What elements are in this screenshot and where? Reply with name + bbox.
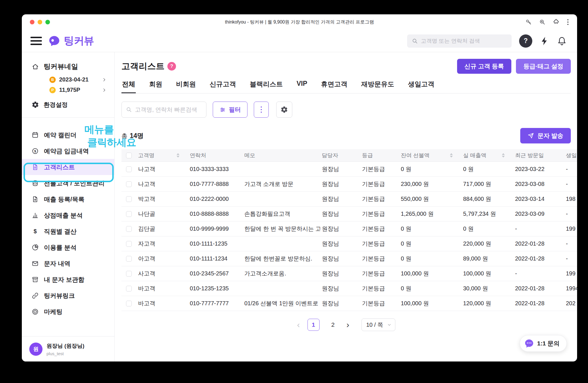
page-button-2[interactable]: 2 — [327, 319, 339, 331]
cell-sales: 0 원 — [461, 221, 513, 236]
column-header-prepaid[interactable]: 잔여 선불액 — [399, 149, 461, 162]
user-section[interactable]: 원 원장님 (원장님) plus_test — [22, 336, 114, 361]
tab-5[interactable]: 블랙리스트 — [249, 80, 283, 93]
table-row-10[interactable]: 바고객010-7777-777701/26 선불액 1만원 이벤트로 추가해..… — [121, 296, 577, 311]
sort-icon[interactable] — [450, 153, 453, 158]
key-icon[interactable] — [525, 19, 532, 25]
row-checkbox[interactable] — [126, 181, 132, 187]
row-checkbox[interactable] — [126, 196, 132, 202]
cell-memo: 가고객 소개로 방문 — [243, 177, 320, 191]
hamburger-menu-icon[interactable] — [30, 37, 42, 45]
sidebar-item-settings[interactable]: 환경설정 — [32, 101, 114, 109]
cell-birth: - — [564, 162, 577, 176]
brand-logo[interactable]: 팅커뷰 — [48, 34, 94, 48]
tab-9[interactable]: 생일고객 — [407, 80, 435, 93]
tab-7[interactable]: 휴면고객 — [320, 80, 348, 93]
help-button[interactable]: ? — [519, 34, 532, 48]
sort-icon[interactable] — [177, 153, 179, 158]
sidebar-item-10[interactable]: 내 문자 보관함 — [22, 271, 114, 287]
tab-8[interactable]: 재방문유도 — [361, 80, 395, 93]
row-checkbox[interactable] — [126, 211, 132, 217]
minimize-window-button[interactable] — [38, 20, 42, 24]
tab-4[interactable]: 신규고객 — [209, 80, 237, 93]
tab-6[interactable]: VIP — [296, 80, 308, 93]
row-checkbox[interactable] — [126, 241, 132, 247]
global-search[interactable] — [407, 34, 512, 48]
tab-2[interactable]: 회원 — [148, 80, 163, 93]
table-row-8[interactable]: 사고객010-2345-2567가고객소개로옴.원장님기본등급100,000 원… — [121, 266, 577, 281]
cell-prepaid: 0 원 — [399, 236, 461, 251]
points-row[interactable]: P 11,975P — [49, 87, 107, 93]
table-row-1[interactable]: 나고객010-3333-3333원장님기본등급0 원0 원2023-03-22- — [121, 162, 577, 177]
gear-icon — [32, 101, 39, 108]
row-checkbox[interactable] — [126, 271, 132, 277]
row-checkbox[interactable] — [126, 256, 132, 262]
send-sms-button[interactable]: 문자 발송 — [520, 128, 571, 143]
row-checkbox[interactable] — [126, 286, 132, 291]
sidebar-item-11[interactable]: 팅커뷰링크 — [22, 287, 114, 304]
table-row-7[interactable]: 아고객010-1111-1234한달에 한번꼴로 방문하심.원장님기본등급0 원… — [121, 251, 577, 266]
sidebar-item-1[interactable]: 예약 캘린더 — [22, 127, 114, 143]
table-row-3[interactable]: 박고객010-2222-0000원장님기본등급550,000 원884,600 … — [121, 192, 577, 207]
next-page-button[interactable]: › — [347, 320, 349, 329]
cell-memo: 손톱강화필요고객 — [243, 207, 320, 221]
notification-bell-icon[interactable] — [557, 36, 567, 46]
table-row-2[interactable]: 나고객010-7777-8888가고객 소개로 방문원장님기본등급230,000… — [121, 177, 577, 192]
filter-button[interactable]: 필터 — [213, 102, 247, 118]
sort-icon[interactable] — [502, 153, 505, 158]
date-row[interactable]: B 2023-04-21 — [49, 76, 107, 83]
send-icon — [528, 133, 534, 139]
inquiry-button[interactable]: 1:1 문의 — [520, 335, 567, 352]
sidebar-item-3[interactable]: 고객리스트 — [22, 159, 114, 175]
sidebar-item-6[interactable]: 상점매출 분석 — [22, 207, 114, 223]
page-button-1[interactable]: 1 — [307, 319, 320, 331]
cell-sales: 100,000 원 — [461, 266, 513, 281]
browser-menu-icon[interactable] — [567, 19, 569, 26]
column-header-memo: 메모 — [243, 149, 320, 162]
table-row-4[interactable]: 나단골010-8888-8888손톱강화필요고객원장님기본등급1,265,000… — [121, 207, 577, 221]
row-checkbox[interactable] — [126, 301, 132, 306]
close-window-button[interactable] — [30, 20, 34, 24]
cell-grade: 기본등급 — [360, 281, 399, 296]
sidebar-item-9[interactable]: 문자 내역 — [22, 255, 114, 271]
new-customer-button[interactable]: 신규 고객 등록 — [457, 59, 512, 74]
store-row[interactable]: 팅커뷰네일 — [22, 52, 114, 71]
sidebar-item-12[interactable]: 마케팅 — [22, 304, 114, 320]
lightning-icon[interactable] — [540, 36, 550, 46]
cell-birth: 1994 — [564, 281, 577, 296]
zoom-icon[interactable] — [539, 19, 546, 25]
row-checkbox[interactable] — [126, 166, 132, 172]
tab-1[interactable]: 전체 — [121, 80, 136, 93]
table-settings-button[interactable] — [276, 102, 292, 118]
column-header-sales[interactable]: 실 매출액 — [461, 149, 513, 162]
table-row-9[interactable]: 바고객010-1235-1235원장님기본등급0 원30,000 원2022-0… — [121, 281, 577, 296]
sidebar-item-7[interactable]: $직원별 결산 — [22, 223, 114, 239]
extension-icon[interactable] — [553, 19, 559, 25]
select-all-checkbox[interactable] — [126, 153, 132, 158]
sidebar-item-label: 내 문자 보관함 — [44, 275, 84, 284]
more-options-button[interactable] — [254, 102, 269, 118]
page-size-select[interactable]: 10 / 쪽 — [361, 318, 395, 331]
table-row-6[interactable]: 자고객010-1111-1235원장님기본등급0 원220,000 원2022-… — [121, 236, 577, 251]
cell-memo — [243, 192, 320, 206]
cell-name: 박고객 — [136, 192, 188, 206]
page-help-icon[interactable]: ? — [167, 62, 176, 71]
prev-page-button[interactable]: ‹ — [297, 320, 300, 329]
sidebar-item-5[interactable]: 매출 등록/목록 — [22, 191, 114, 207]
fullscreen-window-button[interactable] — [45, 20, 50, 24]
quick-search[interactable] — [121, 102, 206, 118]
sidebar-item-2[interactable]: $예약금 입금내역 — [22, 143, 114, 159]
row-checkbox[interactable] — [126, 226, 132, 232]
global-search-input[interactable] — [421, 38, 507, 44]
quick-search-input[interactable] — [135, 106, 202, 113]
tab-3[interactable]: 비회원 — [175, 80, 196, 93]
sidebar-item-8[interactable]: 이용률 분석 — [22, 239, 114, 255]
column-header-name[interactable]: 고객명 — [136, 149, 188, 162]
row-cell-check — [121, 266, 136, 281]
row-cell-check — [121, 177, 136, 191]
date-label: 2023-04-21 — [59, 76, 98, 83]
sidebar-menu: 예약 캘린더$예약금 입금내역고객리스트선불고객 / 포인트관리매출 등록/목록… — [22, 127, 114, 320]
table-row-5[interactable]: 김단골010-9999-9999한달에 한 번 꼭 방문하시는 고객원장님기본등… — [121, 221, 577, 236]
sidebar-item-4[interactable]: 선불고객 / 포인트관리 — [22, 175, 114, 191]
grade-tag-settings-button[interactable]: 등급·태그 설정 — [516, 59, 571, 74]
